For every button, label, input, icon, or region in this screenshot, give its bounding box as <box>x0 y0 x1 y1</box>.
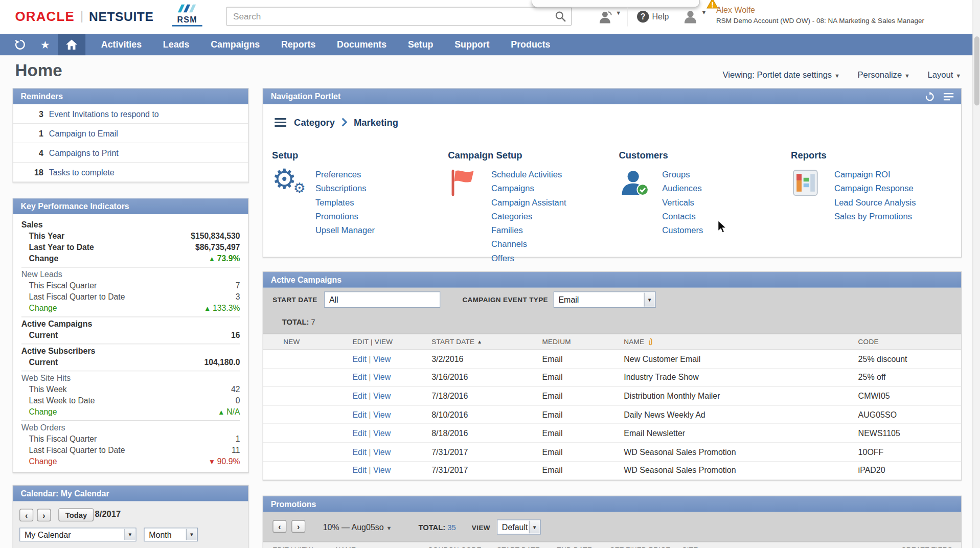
nav-item-campaigns[interactable]: Campaigns <box>200 34 270 55</box>
view-link[interactable]: View <box>373 447 391 456</box>
nav-portlet-link[interactable]: Customers <box>662 224 703 238</box>
start-date-filter-input[interactable] <box>324 291 440 308</box>
nav-portlet-link[interactable]: Lead Source Analysis <box>834 196 916 210</box>
promotions-header[interactable]: Promotions <box>263 496 961 512</box>
nav-portlet-link[interactable]: Categories <box>491 210 566 223</box>
viewing-dropdown[interactable]: Viewing: Portlet date settings▼ <box>723 71 840 80</box>
shortcuts-star-icon[interactable]: ★ <box>33 34 58 55</box>
promotions-next-button[interactable]: › <box>291 520 305 533</box>
refresh-icon[interactable] <box>925 92 935 102</box>
start-date-filter-label: START DATE <box>272 296 317 304</box>
active-campaigns-header[interactable]: Active Campaigns <box>263 272 961 288</box>
reminder-item[interactable]: 4Campaigns to Print <box>13 143 248 163</box>
nav-item-products[interactable]: Products <box>500 34 561 55</box>
calendar-today-button[interactable]: Today <box>58 508 94 521</box>
nav-portlet-link[interactable]: Preferences <box>315 168 375 181</box>
nav-portlet-link[interactable]: Schedule Activities <box>491 168 566 181</box>
navigation-portlet-header[interactable]: Navigation Portlet <box>263 88 961 104</box>
promotions-pager[interactable]: 10% — Aug05so▼ <box>323 522 392 532</box>
kpi-portlet-header[interactable]: Key Performance Indicators <box>13 198 248 214</box>
col-name[interactable]: NAME▲ <box>335 546 428 548</box>
edit-link[interactable]: Edit <box>352 466 367 475</box>
edit-link[interactable]: Edit <box>352 373 367 382</box>
campaign-start-date: 7/31/2017 <box>431 466 542 475</box>
edit-link[interactable]: Edit <box>352 410 367 419</box>
nav-item-reports[interactable]: Reports <box>270 34 326 55</box>
calendar-select[interactable]: My Calendar ▼ <box>19 528 136 541</box>
nav-item-activities[interactable]: Activities <box>90 34 152 55</box>
calendar-granularity-select[interactable]: Month ▼ <box>144 528 198 541</box>
edit-link[interactable]: Edit <box>352 354 367 363</box>
switch-role-icon[interactable]: ▼ <box>598 10 621 24</box>
nav-portlet-link[interactable]: Groups <box>662 168 703 181</box>
col-medium[interactable]: MEDIUM <box>542 338 624 346</box>
oracle-netsuite-logo[interactable]: ORACLE | NETSUITE <box>15 9 153 24</box>
calendar-next-button[interactable]: › <box>37 509 51 521</box>
nav-portlet-link[interactable]: Contacts <box>662 210 703 223</box>
reminder-item[interactable]: 1Campaign to Email <box>13 124 248 143</box>
breadcrumb-category[interactable]: Category <box>294 117 335 128</box>
edit-link[interactable]: Edit <box>352 447 367 456</box>
col-name[interactable]: NAME <box>624 338 858 346</box>
vertical-scrollbar[interactable] <box>972 0 980 548</box>
col-site[interactable]: SITE <box>682 546 901 548</box>
user-menu-icon[interactable]: ▼ <box>682 9 707 24</box>
promotions-total-link[interactable]: 35 <box>447 523 455 532</box>
col-coupon-code[interactable]: COUPON CODE <box>428 546 497 548</box>
edit-link[interactable]: Edit <box>352 428 367 438</box>
event-type-select[interactable]: Email ▼ <box>554 291 656 308</box>
help-icon[interactable]: ? <box>637 11 649 22</box>
layout-dropdown[interactable]: Layout▼ <box>927 71 961 80</box>
nav-portlet-link[interactable]: Templates <box>315 196 375 210</box>
nav-portlet-link[interactable]: Subscriptions <box>315 182 375 196</box>
reminder-item[interactable]: 18Tasks to complete <box>13 163 248 182</box>
nav-portlet-link[interactable]: Upsell Manager <box>315 224 375 238</box>
nav-portlet-link[interactable]: Campaigns <box>491 182 566 196</box>
reminder-item[interactable]: 3Event Invitations to respond to <box>13 104 248 124</box>
nav-portlet-link[interactable]: Verticals <box>662 196 703 210</box>
nav-portlet-link[interactable]: Channels <box>491 238 566 252</box>
col-end-date[interactable]: END DATE <box>557 546 610 548</box>
personalize-dropdown[interactable]: Personalize▼ <box>857 71 910 80</box>
view-link[interactable]: View <box>373 354 391 363</box>
edit-link[interactable]: Edit <box>352 392 367 401</box>
nav-portlet-link[interactable]: Families <box>491 224 566 238</box>
portlet-menu-icon[interactable] <box>944 93 954 100</box>
nav-item-leads[interactable]: Leads <box>152 34 200 55</box>
breadcrumb-current[interactable]: Marketing <box>354 117 398 128</box>
calendar-portlet-header[interactable]: Calendar: My Calendar <box>13 486 248 501</box>
col-start-date[interactable]: START DATE▲ <box>431 338 542 346</box>
search-input[interactable] <box>227 8 571 25</box>
view-link[interactable]: View <box>373 428 391 438</box>
help-link[interactable]: Help <box>652 12 669 21</box>
view-link[interactable]: View <box>373 373 391 382</box>
reminders-portlet-header[interactable]: Reminders <box>13 88 248 104</box>
col-create-tiers[interactable]: CREATE TIERS <box>901 546 952 548</box>
nav-portlet-link[interactable]: Sales by Promotions <box>834 210 916 223</box>
history-icon[interactable] <box>8 34 33 55</box>
view-filter-label: VIEW <box>472 524 490 532</box>
nav-item-setup[interactable]: Setup <box>397 34 444 55</box>
view-link[interactable]: View <box>373 466 391 475</box>
topbar: ORACLE | NETSUITE RSM <box>0 0 972 34</box>
search-icon[interactable] <box>555 11 566 25</box>
view-link[interactable]: View <box>373 392 391 401</box>
col-start-date[interactable]: START DATE <box>497 546 557 548</box>
view-link[interactable]: View <box>373 410 391 419</box>
nav-portlet-link[interactable]: Audiences <box>662 182 703 196</box>
nav-portlet-link[interactable]: Campaign Response <box>834 182 916 196</box>
calendar-prev-button[interactable]: ‹ <box>19 509 33 521</box>
nav-item-support[interactable]: Support <box>444 34 500 55</box>
col-code[interactable]: CODE <box>858 338 962 346</box>
category-menu-icon[interactable] <box>275 118 286 126</box>
nav-portlet-link[interactable]: Promotions <box>315 210 375 223</box>
nav-item-documents[interactable]: Documents <box>326 34 397 55</box>
promotions-prev-button[interactable]: ‹ <box>272 520 286 533</box>
home-tab[interactable] <box>58 34 85 55</box>
col-set-fixed-price[interactable]: SET FIXED PRICE <box>610 546 682 548</box>
promotions-view-select[interactable]: Default ▼ <box>497 519 541 534</box>
nav-portlet-link[interactable]: Offers <box>491 252 566 266</box>
nav-portlet-link[interactable]: Campaign Assistant <box>491 196 566 210</box>
nav-portlet-link[interactable]: Campaign ROI <box>834 168 916 181</box>
scrollbar-thumb[interactable] <box>974 36 979 105</box>
